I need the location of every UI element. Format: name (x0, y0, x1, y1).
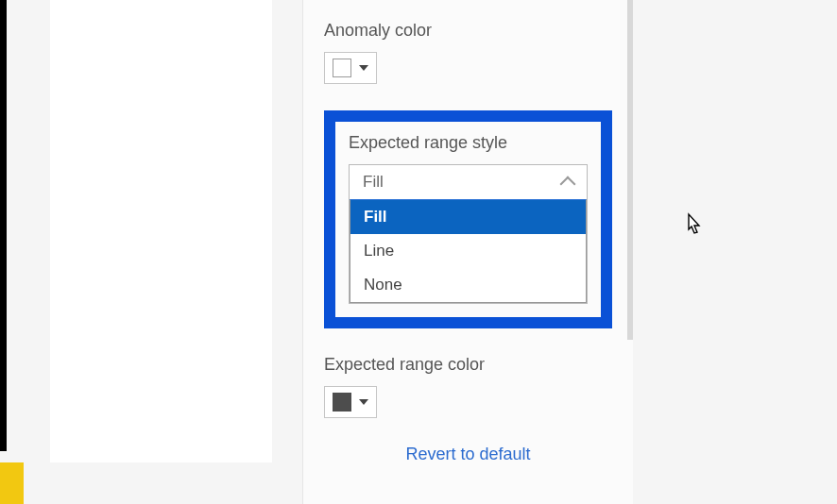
report-canvas (50, 0, 272, 462)
expected-range-color-picker[interactable] (324, 386, 377, 418)
select-current-text: Fill (363, 173, 384, 192)
format-panel: Anomaly color Expected range style Fill … (302, 0, 633, 504)
right-gutter (633, 0, 837, 504)
dropdown-option-fill[interactable]: Fill (350, 200, 586, 234)
color-swatch-icon (333, 59, 351, 77)
anomaly-color-section: Anomaly color (324, 21, 612, 84)
expected-range-style-dropdown: Fill Line None (350, 199, 587, 303)
bottom-accent-strip (0, 462, 24, 504)
expected-range-style-select[interactable]: Fill Fill Line None (349, 164, 588, 304)
color-swatch-icon (333, 393, 351, 412)
expected-range-style-label: Expected range style (349, 133, 588, 153)
chevron-up-icon (560, 176, 576, 193)
expected-range-style-highlight: Expected range style Fill Fill Line None (324, 110, 612, 328)
canvas-area (0, 0, 302, 504)
select-current-value[interactable]: Fill (350, 165, 587, 199)
caret-down-icon (359, 65, 368, 71)
anomaly-color-label: Anomaly color (324, 21, 612, 41)
left-edge-strip (0, 0, 7, 451)
dropdown-option-line[interactable]: Line (350, 234, 586, 268)
revert-to-default-link[interactable]: Revert to default (324, 445, 612, 464)
expected-range-color-section: Expected range color (324, 355, 612, 418)
expected-range-color-label: Expected range color (324, 355, 612, 375)
dropdown-option-none[interactable]: None (350, 268, 586, 302)
caret-down-icon (359, 399, 368, 405)
anomaly-color-picker[interactable] (324, 52, 377, 84)
